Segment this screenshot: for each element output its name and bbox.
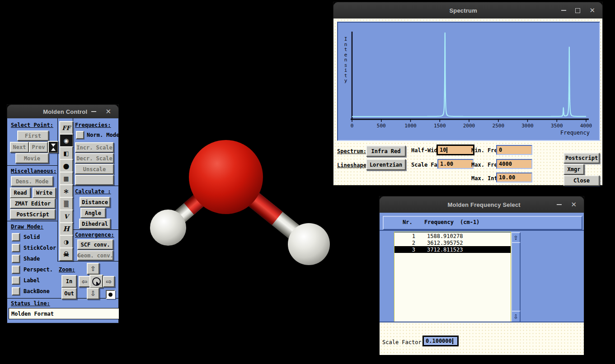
max-freq-field[interactable]: 4000 <box>496 159 532 169</box>
perspective-checkbox[interactable] <box>12 266 20 274</box>
lorentzian-button[interactable]: Lorentzian <box>366 159 406 170</box>
divider <box>57 261 118 261</box>
wire-cube-icon[interactable]: ▦ <box>59 172 73 185</box>
scale-factor-field[interactable]: 0.100000 <box>423 336 459 346</box>
frequency-row-3-selected[interactable]: 3 3712.811523 <box>394 246 511 253</box>
render-solid-icon[interactable]: ● <box>59 159 73 173</box>
scale-factor-area: Scale Factor ? 0.100000 <box>380 322 584 355</box>
desktop: { "control": { "title": "Molden Control"… <box>0 0 615 364</box>
angle-button[interactable]: Angle <box>80 208 106 218</box>
max-ints-field[interactable]: 10.00 <box>496 173 532 182</box>
decr-scale-button[interactable]: Decr. Scale <box>75 153 114 163</box>
shade-checkbox[interactable] <box>12 255 20 263</box>
row-nr: 3 <box>402 247 415 253</box>
stickcolor-checkbox[interactable] <box>12 244 20 252</box>
track-toggle-button[interactable] <box>106 290 115 299</box>
write-button[interactable]: Write <box>33 187 56 198</box>
first-button[interactable]: First <box>17 131 49 141</box>
divider <box>73 229 118 230</box>
density-icon[interactable]: ▒ <box>59 197 73 210</box>
molden-control-window: Molden Control ✕ Select Point: First Nex… <box>7 105 118 323</box>
prev-button[interactable]: Prev <box>29 142 48 153</box>
blank-button[interactable] <box>75 175 114 185</box>
control-window-title: Molden Control <box>39 108 91 115</box>
hydrogen-atom-left[interactable] <box>150 210 186 246</box>
unscale-button[interactable]: Unscale <box>75 164 114 174</box>
row-frequency: 1588.910278 <box>427 233 463 239</box>
stereo-icon[interactable]: ◑ <box>59 235 73 248</box>
x-axis-title: Frequency <box>560 130 590 136</box>
next-button[interactable]: Next <box>10 142 29 153</box>
hydrogen-atom-right[interactable] <box>288 223 330 265</box>
snapshot-icon[interactable]: ◉ <box>59 134 73 147</box>
scale-fac-field[interactable]: 1.00 <box>437 159 474 169</box>
y-axis-title-letter: y <box>344 78 347 84</box>
label-checkbox[interactable] <box>12 276 20 285</box>
vdw-surface-icon[interactable]: V <box>59 210 73 223</box>
delete-skull-icon[interactable]: ☠ <box>59 247 73 261</box>
rotate-button[interactable] <box>89 275 103 288</box>
control-titlebar[interactable]: Molden Control ✕ <box>7 105 118 119</box>
perspective-label: Perspect. <box>23 266 53 273</box>
infra-red-button[interactable]: Infra Red <box>366 145 406 157</box>
frequency-column-header: Frequency <box>424 219 454 225</box>
control-left-column: Select Point: First Next Prev Movie Misc… <box>7 118 57 298</box>
freq-list-header: Nr. Frequency (cm-1) <box>383 216 582 230</box>
half-width-field[interactable]: 10 <box>437 145 474 155</box>
minimize-icon[interactable] <box>91 111 96 112</box>
axes-icon[interactable]: ∗ <box>59 184 73 198</box>
dihedral-button[interactable]: Dihedral <box>79 219 111 229</box>
scroll-down-button[interactable]: ⇩ <box>511 311 521 323</box>
freq-select-titlebar[interactable]: Molden Frequency Select ✕ <box>380 196 584 213</box>
minimize-icon[interactable] <box>557 204 562 205</box>
zoom-right-arrow-icon[interactable]: ⇨ <box>103 276 115 287</box>
zmat-editor-button[interactable]: ZMAT Editor <box>10 198 56 209</box>
solid-checkbox[interactable] <box>12 233 20 241</box>
maximize-icon[interactable] <box>575 8 580 13</box>
zoom-left-arrow-icon[interactable]: ⇦ <box>79 276 90 287</box>
zoom-out-button[interactable]: Out <box>61 288 77 299</box>
movie-camera-icon[interactable]: ◧ <box>59 146 73 160</box>
geom-conv-button[interactable]: Geom. conv. <box>77 250 113 261</box>
scf-conv-button[interactable]: SCF conv. <box>77 239 113 250</box>
x-tick-label: 0 <box>351 123 354 129</box>
hourglass-button[interactable] <box>48 141 58 153</box>
list-scrollbar[interactable]: ⇧ ⇩ <box>511 232 521 321</box>
xmgr-button[interactable]: Xmgr <box>563 164 584 175</box>
x-tick-label: 500 <box>377 123 386 129</box>
incr-scale-button[interactable]: Incr. Scale <box>75 142 114 153</box>
min-freq-field[interactable]: 0 <box>496 145 532 155</box>
x-tick-label: 4000 <box>580 123 592 129</box>
scroll-up-button[interactable]: ⇧ <box>511 232 521 243</box>
close-icon[interactable]: ✕ <box>105 110 111 114</box>
close-icon[interactable]: ✕ <box>571 203 577 207</box>
spectrum-plot-panel[interactable]: 05001000150020002500300035004000Frequenc… <box>337 22 600 141</box>
zoom-in-button[interactable]: In <box>61 275 77 288</box>
norm-mode-checkbox[interactable] <box>76 131 84 139</box>
close-icon[interactable]: ✕ <box>589 9 595 13</box>
movie-button[interactable]: Movie <box>15 153 49 163</box>
distance-button[interactable]: Distance <box>80 197 110 207</box>
stickcolor-label: StickColor <box>23 245 56 251</box>
read-button[interactable]: Read <box>10 187 31 198</box>
dens-mode-button[interactable]: Dens. Mode <box>11 176 53 187</box>
forcefield-icon[interactable]: FF <box>59 121 73 135</box>
control-right-column: Frequecies: Norm. Mode Incr. Scale Decr.… <box>73 118 118 261</box>
close-button[interactable]: Close <box>563 175 600 186</box>
zoom-up-arrow-icon[interactable]: ⇧ <box>87 263 99 275</box>
scrollbar-thumb[interactable] <box>511 242 521 312</box>
oxygen-atom[interactable] <box>189 140 263 214</box>
frequency-row-1[interactable]: 1 1588.910278 <box>394 233 511 239</box>
hydrogen-icon[interactable]: H <box>59 222 73 236</box>
status-line-input[interactable]: Molden Format <box>9 308 119 319</box>
spectrum-titlebar[interactable]: Spectrum ✕ <box>333 2 602 19</box>
backbone-checkbox[interactable] <box>12 287 20 295</box>
freq-select-body: Nr. Frequency (cm-1) 1 1588.910278 2 361… <box>380 213 584 354</box>
frequency-listbox[interactable]: 1 1588.910278 2 3612.395752 3 3712.81152… <box>394 232 511 322</box>
postscript-button[interactable]: Postscript <box>563 153 600 163</box>
minimize-icon[interactable] <box>561 10 566 11</box>
frequency-row-2[interactable]: 2 3612.395752 <box>394 239 511 246</box>
zoom-down-arrow-icon[interactable]: ⇩ <box>87 288 99 299</box>
postscript-button[interactable]: PostScript <box>10 209 56 219</box>
control-body: Select Point: First Next Prev Movie Misc… <box>7 118 118 323</box>
